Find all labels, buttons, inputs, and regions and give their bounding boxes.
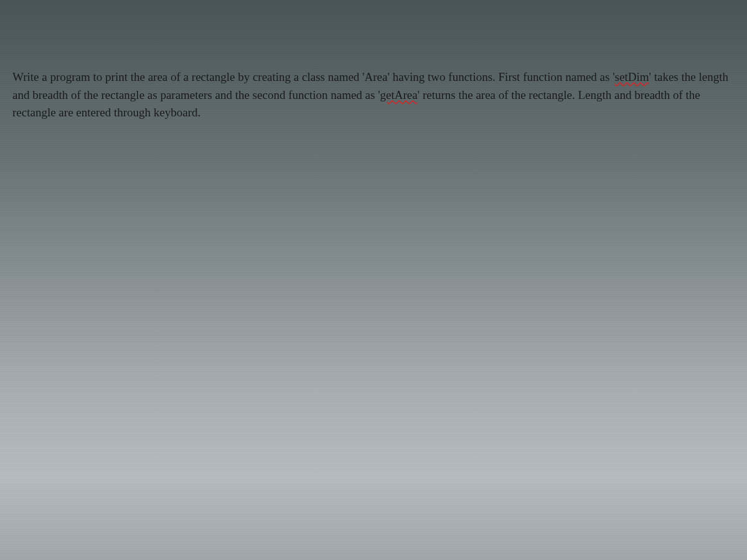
spellcheck-error-setdim: setDim — [615, 70, 649, 83]
spellcheck-error-getarea: getArea — [380, 88, 418, 101]
problem-text-part1: Write a program to print the area of a r… — [12, 70, 615, 83]
document-body[interactable]: Write a program to print the area of a r… — [12, 68, 735, 122]
